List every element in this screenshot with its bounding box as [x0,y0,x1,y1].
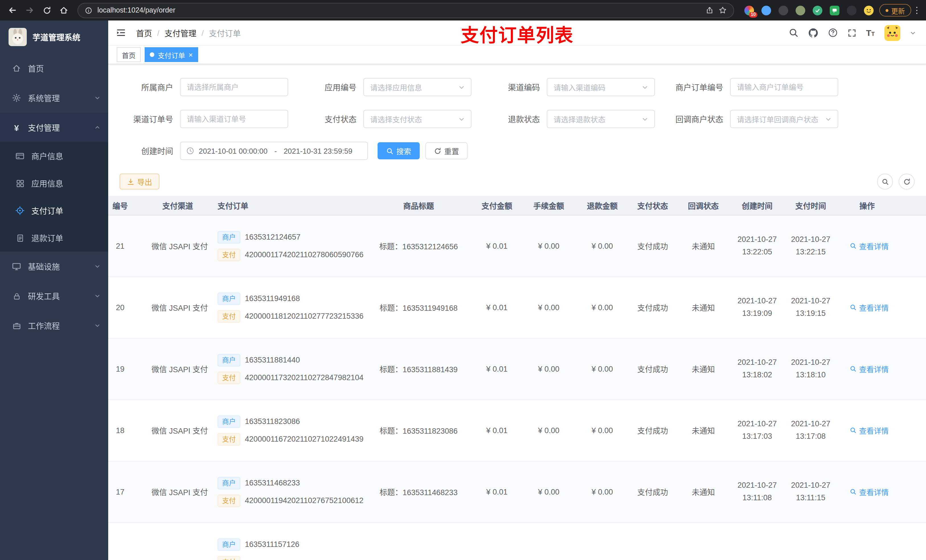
github-icon[interactable] [808,27,818,38]
address-bar[interactable]: localhost:1024/pay/order [77,3,734,18]
export-button-label: 导出 [137,176,152,187]
tab-label: 首页 [122,50,136,59]
merchant-input[interactable] [180,78,288,96]
browser-menu-button[interactable]: ⋮ [912,5,921,15]
filter-app-id: 应用编号 请选择应用信息 [297,78,481,96]
reset-button-label: 重置 [444,145,459,156]
cell-refund: ¥ 0.00 [576,215,628,276]
profile-avatar[interactable] [864,5,874,15]
select-placeholder: 请选择退款状态 [554,113,605,124]
col-title: 商品标题 [365,196,473,215]
filter-pay-status: 支付状态 请选择支付状态 [297,110,481,128]
sidebar-item-pay-order[interactable]: 支付订单 [0,197,108,224]
merchant-tag: 商户 [218,231,240,243]
cell-action: 查看详情 [837,400,926,461]
chevron-down-icon [825,116,831,122]
refund-status-select[interactable]: 请选择退款状态 [547,110,655,128]
extension-icon[interactable] [779,5,788,15]
cell-action: 查看详情 [837,461,926,522]
filter-label: 渠道编码 [481,82,547,93]
bookmark-star-icon[interactable] [719,6,727,14]
refresh-table-button[interactable] [899,174,915,190]
url-text[interactable]: localhost:1024/pay/order [97,6,701,14]
view-detail-link[interactable]: 查看详情 [850,486,889,497]
breadcrumb-item[interactable]: 首页 [136,27,152,38]
sidebar-item-system[interactable]: 系统管理 [0,83,108,113]
browser-back-button[interactable] [5,2,21,18]
cell-notify [677,522,729,560]
view-detail-link[interactable]: 查看详情 [850,425,889,436]
app-id-select[interactable]: 请选择应用信息 [363,78,472,96]
cell-pay-time: 2021-10-2713:17:08 [785,400,837,461]
pay-status-select[interactable]: 请选择支付状态 [363,110,472,128]
view-detail-link[interactable]: 查看详情 [850,302,889,313]
forward-arrow-icon [25,6,34,15]
cell-title: 标题：1635311949168 [365,276,473,338]
share-icon[interactable] [706,6,714,14]
date-end: 2021-10-31 23:59:59 [284,146,352,155]
filter-label: 回调商户状态 [664,113,730,125]
extension-icon[interactable] [796,5,805,15]
sidebar-item-home[interactable]: 首页 [0,53,108,83]
grid-icon [15,179,25,187]
search-icon[interactable] [788,28,798,38]
extension-icon[interactable] [813,5,822,15]
header-actions: TT [788,25,916,41]
site-info-icon[interactable] [85,6,92,14]
browser-refresh-button[interactable] [39,2,54,18]
sidebar-item-dev-tools[interactable]: 研发工具 [0,281,108,311]
sidebar-item-label: 应用信息 [31,178,100,189]
extension-icon[interactable]: 10 [744,5,754,15]
browser-update-button[interactable]: 更新 [879,4,911,17]
browser-home-button[interactable] [56,2,72,18]
create-time-range-picker[interactable]: 2021-10-01 00:00:00 - 2021-10-31 23:59:5… [180,142,368,160]
chevron-down-icon [642,116,648,122]
breadcrumb-item[interactable]: 支付管理 [165,27,197,38]
sidebar-collapse-button[interactable] [116,28,126,38]
extension-icon[interactable] [761,5,771,15]
reset-button[interactable]: 重置 [425,142,468,159]
font-size-icon[interactable]: TT [866,29,875,37]
browser-extensions: 10 [740,5,878,15]
browser-forward-button[interactable] [22,2,38,18]
view-detail-link[interactable]: 查看详情 [850,240,889,251]
toggle-search-button[interactable] [877,174,893,190]
col-amount: 支付金额 [473,196,521,215]
filter-channel-code: 渠道编码 请输入渠道编码 [481,78,664,96]
sidebar-item-refund-order[interactable]: 退款订单 [0,224,108,252]
sidebar-item-workflow[interactable]: 工作流程 [0,311,108,340]
col-pay-order: 支付订单 [209,196,365,215]
filter-label: 支付状态 [297,113,363,125]
extension-icon[interactable] [830,5,840,15]
channel-order-no-input[interactable] [180,110,288,128]
sidebar-item-app-info[interactable]: 应用信息 [0,170,108,197]
sidebar-item-infra[interactable]: 基础设施 [0,252,108,281]
cell-status [628,522,677,560]
merchant-order-no-input[interactable] [730,78,838,96]
breadcrumb: 首页 / 支付管理 / 支付订单 [136,27,241,38]
export-button[interactable]: 导出 [120,174,159,190]
cell-create-time: 2021-10-2713:11:08 [729,461,785,522]
sidebar-menu: 首页 系统管理 ¥ 支付管理 [0,53,108,340]
extension-icon[interactable] [847,5,856,15]
channel-code-select[interactable]: 请输入渠道编码 [547,78,655,96]
caret-down-icon[interactable] [910,30,916,36]
notify-status-select[interactable]: 请选择订单回调商户状态 [730,110,838,128]
cell-amount: ¥ 0.01 [473,461,521,522]
tab-home[interactable]: 首页 [117,47,141,62]
fullscreen-icon[interactable] [847,28,856,37]
close-icon[interactable]: × [189,51,193,58]
view-detail-link[interactable]: 查看详情 [850,363,889,374]
monitor-icon [11,262,22,271]
aim-icon [15,206,25,215]
sidebar: 芋道管理系统 首页 系统管理 [0,21,108,560]
sidebar-item-merchant-info[interactable]: 商户信息 [0,142,108,170]
sidebar-item-payment[interactable]: ¥ 支付管理 [0,113,108,142]
search-button[interactable]: 搜索 [378,142,420,159]
help-icon[interactable] [828,28,837,38]
user-avatar[interactable] [884,25,900,41]
table-row: 商户1635311157126 支付 [108,522,926,560]
merchant-order-no: 1635312124657 [245,233,300,241]
tab-pay-order[interactable]: 支付订单 × [145,47,198,62]
sidebar-item-label: 工作流程 [28,320,88,331]
